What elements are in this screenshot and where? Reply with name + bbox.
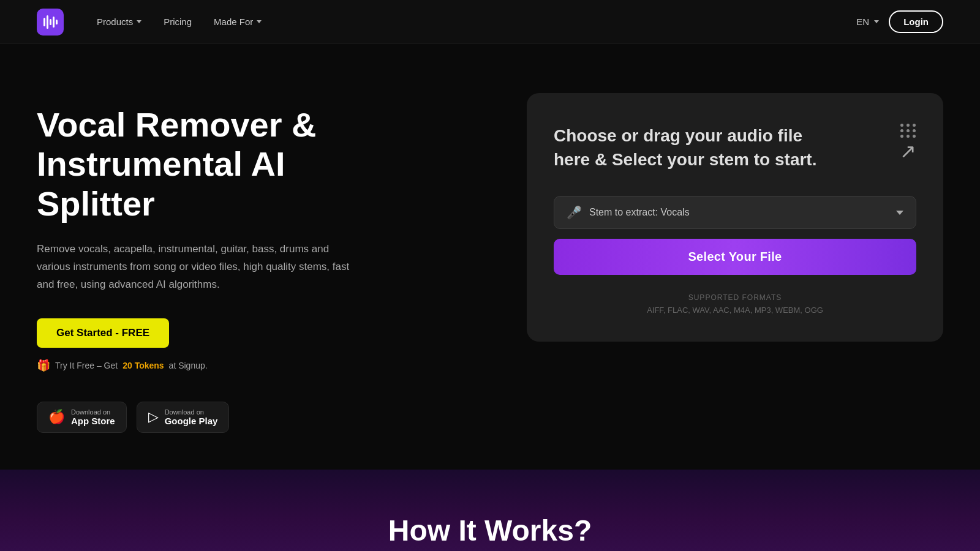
svg-rect-1: [47, 15, 48, 29]
svg-rect-2: [50, 19, 51, 25]
card-header: Choose or drag your audio file here & Se…: [554, 124, 916, 171]
made-for-chevron-icon: [257, 20, 262, 23]
dots-grid: [900, 124, 916, 138]
google-play-name: Google Play: [165, 416, 218, 426]
hero-description: Remove vocals, acapella, instrumental, g…: [37, 241, 355, 294]
nav-made-for[interactable]: Made For: [205, 12, 270, 32]
google-play-label: Download on: [165, 408, 218, 416]
select-file-button[interactable]: Select Your File: [554, 239, 916, 275]
nav-right: EN Login: [856, 10, 943, 33]
formats-heading: SUPPORTED FORMATS: [554, 293, 916, 302]
app-store-name: App Store: [71, 416, 115, 426]
tokens-row: 🎁 Try It Free – Get 20 Tokens at Signup.: [37, 359, 392, 372]
store-buttons: 🍎 Download on App Store ▷ Download on Go…: [37, 402, 392, 433]
login-button[interactable]: Login: [889, 10, 943, 33]
hero-section: Vocal Remover & Instrumental AI Splitter…: [0, 44, 980, 470]
tokens-count: 20 Tokens: [123, 361, 164, 370]
upload-card: Choose or drag your audio file here & Se…: [527, 93, 943, 342]
how-it-works-section: How It Works?: [0, 470, 980, 551]
app-store-label: Download on: [71, 408, 115, 416]
microphone-icon: 🎤: [567, 205, 582, 220]
nav-links: Products Pricing Made For: [88, 12, 270, 32]
stem-chevron-icon: [896, 211, 903, 215]
apple-icon: 🍎: [48, 409, 65, 425]
google-play-button[interactable]: ▷ Download on Google Play: [137, 402, 230, 433]
drag-drop-icon: ↗: [877, 124, 916, 163]
how-it-works-title: How It Works?: [388, 514, 592, 547]
language-selector[interactable]: EN: [856, 17, 879, 27]
nav-products[interactable]: Products: [88, 12, 150, 32]
cursor-icon: ↗: [900, 140, 916, 163]
google-play-icon: ▷: [148, 409, 159, 425]
hero-left: Vocal Remover & Instrumental AI Splitter…: [37, 93, 392, 433]
hero-title: Vocal Remover & Instrumental AI Splitter: [37, 105, 392, 223]
formats-list: AIFF, FLAC, WAV, AAC, M4A, MP3, WEBM, OG…: [554, 305, 916, 315]
logo[interactable]: [37, 9, 64, 36]
tokens-text: Try It Free – Get: [55, 361, 118, 370]
hero-right: Choose or drag your audio file here & Se…: [527, 93, 943, 342]
stem-label: Stem to extract: Vocals: [589, 207, 889, 218]
svg-rect-3: [53, 17, 55, 28]
app-store-button[interactable]: 🍎 Download on App Store: [37, 402, 127, 433]
nav-pricing[interactable]: Pricing: [155, 12, 200, 32]
tokens-suffix: at Signup.: [169, 361, 208, 370]
svg-rect-0: [43, 18, 45, 26]
products-chevron-icon: [137, 20, 141, 23]
svg-rect-4: [56, 20, 58, 24]
gift-icon: 🎁: [37, 359, 50, 372]
stem-selector[interactable]: 🎤 Stem to extract: Vocals: [554, 196, 916, 229]
nav-left: Products Pricing Made For: [37, 9, 270, 36]
get-started-button[interactable]: Get Started - FREE: [37, 318, 169, 348]
supported-formats: SUPPORTED FORMATS AIFF, FLAC, WAV, AAC, …: [554, 293, 916, 315]
lang-chevron-icon: [874, 20, 879, 23]
navbar: Products Pricing Made For EN Login: [0, 0, 980, 44]
card-title: Choose or drag your audio file here & Se…: [554, 124, 835, 171]
